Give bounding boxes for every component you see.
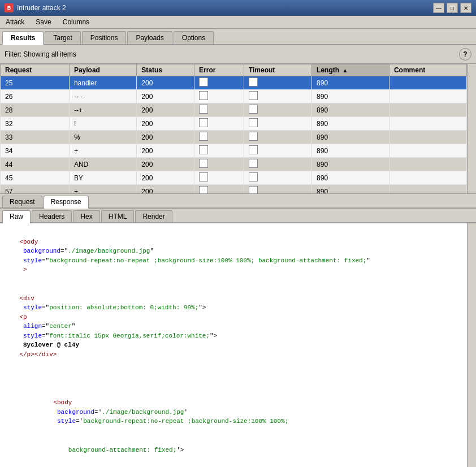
error-checkbox[interactable] (199, 145, 208, 154)
error-checkbox[interactable] (199, 105, 208, 114)
table-row[interactable]: 44AND200890 (1, 158, 467, 171)
timeout-checkbox[interactable] (249, 132, 258, 141)
help-button[interactable]: ? (459, 48, 471, 60)
results-table-container[interactable]: Request Payload Status Error Timeout Len… (0, 64, 476, 194)
timeout-checkbox[interactable] (249, 118, 258, 127)
results-table: Request Payload Status Error Timeout Len… (0, 64, 467, 194)
col-header-request[interactable]: Request (1, 64, 70, 76)
code-scrollbar[interactable] (467, 223, 476, 467)
col-header-error[interactable]: Error (194, 64, 244, 76)
minimize-button[interactable]: — (433, 3, 444, 13)
table-row[interactable]: 32!200890 (1, 117, 467, 131)
subtab-render[interactable]: Render (135, 210, 172, 222)
timeout-checkbox[interactable] (249, 159, 258, 168)
main-tabs: Results Target Positions Payloads Option… (0, 29, 476, 45)
code-line-5: <br><br><br> (55, 465, 471, 468)
error-checkbox[interactable] (199, 132, 208, 141)
timeout-checkbox[interactable] (249, 91, 258, 100)
timeout-checkbox[interactable] (249, 105, 258, 114)
col-header-timeout[interactable]: Timeout (244, 64, 311, 76)
code-line-2: <div style="position: absolute;bottom: 0… (5, 284, 471, 369)
tab-request[interactable]: Request (2, 196, 42, 207)
tab-options[interactable]: Options (174, 31, 214, 44)
filter-text: Filter: Showing all items (5, 50, 76, 58)
error-checkbox[interactable] (199, 172, 208, 181)
subtab-hex[interactable]: Hex (73, 210, 99, 222)
error-checkbox[interactable] (199, 118, 208, 127)
code-line-3: <body background='./image/background.jpg… (38, 389, 471, 436)
table-row[interactable]: 45BY200890 (1, 171, 467, 185)
response-subtabs: Raw Headers Hex HTML Render (0, 209, 476, 223)
tab-payloads[interactable]: Payloads (127, 31, 172, 44)
table-row[interactable]: 26-- -200890 (1, 90, 467, 103)
error-checkbox[interactable] (199, 77, 208, 87)
table-row[interactable]: 28--+200890 (1, 103, 467, 117)
menu-bar: Attack Save Columns (0, 16, 476, 29)
subtab-raw[interactable]: Raw (2, 210, 31, 223)
subtab-headers[interactable]: Headers (32, 210, 72, 222)
close-button[interactable]: ✕ (460, 3, 471, 13)
timeout-checkbox[interactable] (249, 145, 258, 154)
table-row[interactable]: 25handler200890 (1, 76, 467, 90)
tab-positions[interactable]: Positions (82, 31, 127, 44)
title-bar: B Intruder attack 2 — □ ✕ (0, 0, 476, 16)
tab-response[interactable]: Response (44, 196, 89, 209)
tab-results[interactable]: Results (2, 31, 44, 45)
window-title: Intruder attack 2 (17, 4, 66, 12)
error-checkbox[interactable] (199, 186, 208, 194)
menu-columns[interactable]: Columns (59, 17, 93, 27)
maximize-button[interactable]: □ (447, 3, 458, 13)
filter-bar: Filter: Showing all items ? (0, 45, 476, 64)
col-header-comment[interactable]: Comment (389, 64, 466, 76)
code-line-blank1 (5, 369, 471, 379)
col-header-status[interactable]: Status (137, 64, 194, 76)
menu-attack[interactable]: Attack (2, 17, 28, 27)
tab-target[interactable]: Target (45, 31, 80, 44)
code-line-1: <body background="./image/background.jpg… (5, 228, 471, 284)
timeout-checkbox[interactable] (249, 186, 258, 194)
code-line-blank2 (5, 379, 471, 388)
request-response-tabs: Request Response (0, 194, 476, 209)
col-header-length[interactable]: Length ▲ (312, 64, 390, 76)
timeout-checkbox[interactable] (249, 77, 258, 87)
table-row[interactable]: 34+200890 (1, 144, 467, 158)
col-header-payload[interactable]: Payload (69, 64, 136, 76)
app-icon: B (5, 3, 14, 12)
code-area: <body background="./image/background.jpg… (0, 223, 476, 467)
code-line-4: background-attachment: fixed;'> (38, 436, 471, 464)
timeout-checkbox[interactable] (249, 172, 258, 181)
subtab-html[interactable]: HTML (101, 210, 135, 222)
table-row[interactable]: 57+200890 (1, 185, 467, 194)
table-row[interactable]: 33%200890 (1, 131, 467, 144)
scrollbar[interactable] (467, 64, 476, 193)
error-checkbox[interactable] (199, 159, 208, 168)
error-checkbox[interactable] (199, 91, 208, 100)
menu-save[interactable]: Save (32, 17, 54, 27)
